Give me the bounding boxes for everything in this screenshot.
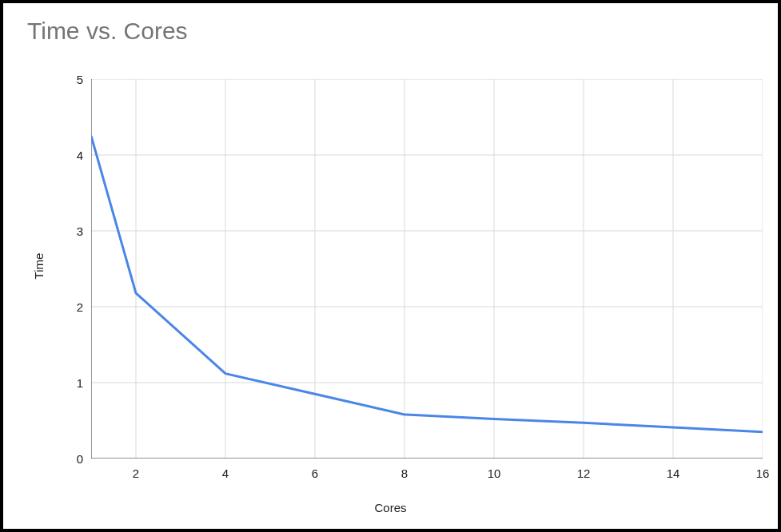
y-tick-label: 4: [51, 149, 83, 162]
x-tick-label: 2: [133, 466, 139, 480]
y-tick-label: 3: [51, 224, 83, 238]
chart-title: Time vs. Cores: [27, 18, 188, 45]
chart-svg: [91, 79, 763, 459]
x-tick-label: 14: [667, 466, 680, 480]
x-tick-label: 8: [401, 466, 408, 480]
gridlines: [91, 79, 763, 459]
x-tick-label: 10: [488, 466, 501, 480]
x-tick-label: 6: [312, 466, 318, 480]
x-axis-label: Cores: [374, 501, 406, 514]
x-tick-label: 4: [222, 466, 229, 480]
y-tick-label: 0: [51, 452, 83, 466]
x-tick-label: 16: [756, 466, 770, 480]
chart-container: Time vs. Cores Time Cores 246810121416 0…: [0, 0, 781, 532]
data-line: [91, 136, 763, 432]
y-tick-label: 5: [51, 73, 83, 86]
y-tick-label: 1: [51, 376, 83, 390]
y-axis-label: Time: [32, 253, 46, 280]
y-tick-label: 2: [51, 300, 83, 314]
plot-area: 246810121416 012345: [91, 79, 763, 459]
x-tick-label: 12: [577, 466, 591, 480]
